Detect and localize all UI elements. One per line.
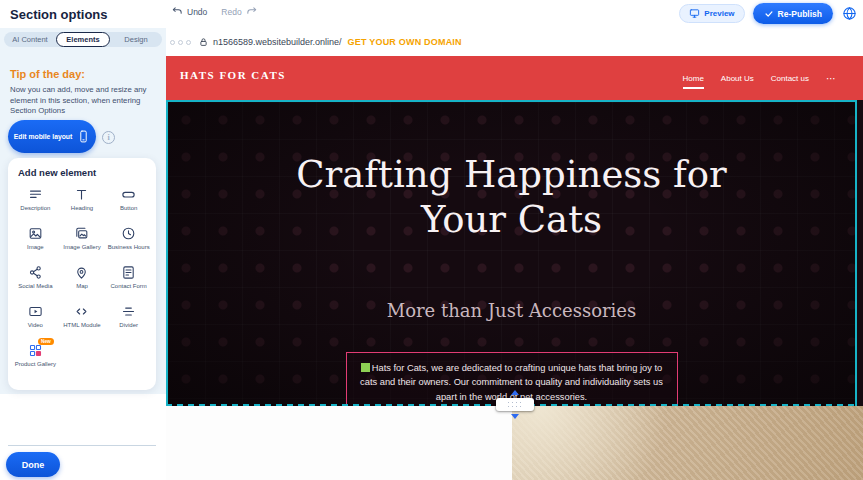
nav-home[interactable]: Home [683, 70, 704, 87]
lock-icon [199, 37, 208, 47]
tip-of-the-day-body: Now you can add, move and resize any ele… [10, 85, 158, 117]
tab-ai-content[interactable]: AI Content [4, 32, 56, 47]
sidebar-divider [8, 445, 156, 446]
element-label: Button [120, 205, 137, 212]
drag-dots-icon [508, 402, 522, 408]
hero-subheading[interactable]: More than Just Accessories [312, 300, 712, 321]
tab-design[interactable]: Design [110, 32, 162, 47]
element-heading[interactable]: Heading [59, 184, 106, 222]
element-label: Image Gallery [63, 244, 100, 251]
element-grid: Description Heading Button [12, 184, 152, 378]
add-new-element-panel: Add new element Description Heading [8, 158, 156, 390]
element-label: Image [27, 244, 44, 251]
preview-label: Preview [704, 9, 734, 18]
preview-button[interactable]: Preview [679, 4, 744, 23]
republish-button[interactable]: Re-Publish [753, 3, 833, 24]
hero-overflow-strip [857, 100, 863, 406]
redo-label: Redo [221, 7, 241, 17]
hero-description-text: Hats for Cats, we are dedicated to craft… [360, 363, 663, 402]
sidebar-tabs: AI Content Elements Design [4, 32, 162, 47]
site-logo[interactable]: Hats for Cats [180, 69, 286, 81]
social-media-icon [28, 264, 43, 281]
site-canvas: Hats for Cats Home About Us Contact us ⋯… [166, 56, 863, 480]
element-label: Social Media [18, 283, 52, 290]
nav-more-button[interactable]: ⋯ [826, 73, 837, 84]
image-gallery-icon [74, 225, 89, 242]
section-resize-handle[interactable] [496, 398, 534, 411]
product-gallery-icon: New [28, 342, 43, 359]
info-icon[interactable]: i [102, 131, 115, 144]
globe-icon [842, 6, 857, 21]
browser-url-bar: n1566589.websitebuilder.online/ GET YOUR… [166, 28, 863, 56]
element-contact-form[interactable]: Contact Form [105, 262, 152, 300]
element-label: Video [28, 322, 43, 329]
element-label: Divider [119, 322, 138, 329]
new-badge: New [38, 338, 54, 345]
resize-arrow-down-icon [511, 414, 519, 419]
button-icon [121, 186, 136, 203]
nav-about-us[interactable]: About Us [721, 70, 754, 87]
hero-heading[interactable]: Crafting Happiness for Your Cats [287, 152, 737, 242]
video-icon [28, 303, 43, 320]
site-url: n1566589.websitebuilder.online/ [213, 37, 342, 47]
element-video[interactable]: Video [12, 301, 59, 339]
element-label: Business Hours [108, 244, 150, 251]
window-dots [170, 40, 191, 45]
element-image-gallery[interactable]: Image Gallery [59, 223, 106, 261]
next-section-photo[interactable] [512, 406, 863, 480]
element-image[interactable]: Image [12, 223, 59, 261]
page-title: Section options [10, 7, 108, 22]
element-business-hours[interactable]: Business Hours [105, 223, 152, 261]
done-button[interactable]: Done [6, 452, 60, 477]
republish-label: Re-Publish [778, 9, 822, 19]
element-button[interactable]: Button [105, 184, 152, 222]
check-icon [764, 9, 774, 19]
nav-contact-us[interactable]: Contact us [771, 70, 809, 87]
description-icon [28, 186, 43, 203]
section-options-sidebar: AI Content Elements Design Tip of the da… [0, 28, 166, 480]
phone-icon [77, 130, 90, 143]
window-dot-icon [170, 40, 175, 45]
website-builder-app: Section options Undo Redo Preview [0, 0, 863, 480]
element-divider[interactable]: Divider [105, 301, 152, 339]
get-your-own-domain-link[interactable]: GET YOUR OWN DOMAIN [348, 37, 462, 47]
top-bar: Section options Undo Redo Preview [0, 0, 863, 28]
tip-of-the-day-title: Tip of the day: [10, 68, 85, 80]
undo-label: Undo [187, 7, 207, 17]
edit-mobile-layout-button[interactable]: Edit mobile layout [8, 120, 96, 153]
next-section-background [166, 406, 512, 480]
heading-icon [74, 186, 89, 203]
history-controls: Undo Redo [172, 6, 257, 17]
top-bar-actions: Preview Re-Publish [679, 3, 857, 24]
element-html-module[interactable]: HTML Module [59, 301, 106, 339]
redo-button[interactable]: Redo [221, 6, 256, 17]
site-nav: Home About Us Contact us ⋯ [683, 56, 838, 100]
hero-section-selected[interactable]: Crafting Happiness for Your Cats More th… [166, 100, 857, 406]
element-label: HTML Module [63, 322, 100, 329]
monitor-icon [689, 8, 700, 19]
preview-area: n1566589.websitebuilder.online/ GET YOUR… [166, 28, 863, 480]
resize-arrow-up-icon [511, 390, 519, 395]
element-label: Heading [71, 205, 93, 212]
element-label: Map [76, 283, 88, 290]
element-social-media[interactable]: Social Media [12, 262, 59, 300]
divider-icon [121, 303, 136, 320]
text-anchor-handle[interactable] [361, 363, 370, 372]
site-header[interactable]: Hats for Cats Home About Us Contact us ⋯ [166, 56, 863, 100]
undo-button[interactable]: Undo [172, 6, 207, 17]
element-product-gallery[interactable]: New Product Gallery [12, 340, 59, 378]
window-dot-icon [186, 40, 191, 45]
element-map[interactable]: Map [59, 262, 106, 300]
business-hours-icon [121, 225, 136, 242]
image-icon [28, 225, 43, 242]
element-description[interactable]: Description [12, 184, 59, 222]
edit-mobile-label: Edit mobile layout [14, 133, 73, 140]
html-module-icon [74, 303, 89, 320]
contact-form-icon [121, 264, 136, 281]
window-dot-icon [178, 40, 183, 45]
map-pin-icon [74, 264, 89, 281]
add-new-element-title: Add new element [18, 167, 96, 178]
redo-icon [246, 6, 257, 17]
tab-elements[interactable]: Elements [56, 32, 110, 47]
language-globe-button[interactable] [841, 6, 857, 22]
